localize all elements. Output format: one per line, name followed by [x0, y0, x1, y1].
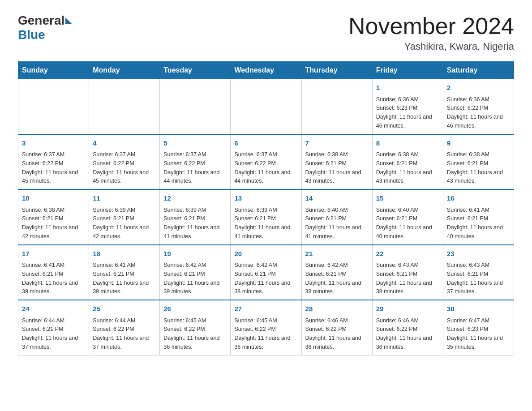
day-info: Sunrise: 6:37 AMSunset: 6:22 PMDaylight:…	[22, 151, 78, 184]
day-info: Sunrise: 6:37 AMSunset: 6:22 PMDaylight:…	[93, 151, 149, 184]
day-number: 23	[447, 249, 510, 259]
day-number: 25	[93, 304, 156, 314]
calendar-cell: 30Sunrise: 6:47 AMSunset: 6:23 PMDayligh…	[443, 300, 514, 355]
day-number: 1	[376, 83, 439, 93]
day-info: Sunrise: 6:45 AMSunset: 6:22 PMDaylight:…	[163, 317, 219, 350]
calendar-cell: 22Sunrise: 6:43 AMSunset: 6:21 PMDayligh…	[372, 245, 443, 300]
day-number: 29	[376, 304, 439, 314]
day-number: 8	[376, 138, 439, 149]
day-info: Sunrise: 6:41 AMSunset: 6:21 PMDaylight:…	[447, 207, 503, 240]
day-info: Sunrise: 6:45 AMSunset: 6:22 PMDaylight:…	[234, 317, 290, 350]
day-number: 14	[305, 193, 369, 204]
logo-area: General Blue	[18, 13, 73, 42]
logo-arrow-icon	[65, 17, 72, 24]
day-number: 26	[163, 304, 227, 314]
day-info: Sunrise: 6:46 AMSunset: 6:22 PMDaylight:…	[376, 317, 432, 350]
calendar-cell: 6Sunrise: 6:37 AMSunset: 6:22 PMDaylight…	[231, 134, 301, 190]
day-number: 28	[305, 304, 369, 314]
calendar-cell: 27Sunrise: 6:45 AMSunset: 6:22 PMDayligh…	[231, 300, 301, 355]
day-number: 22	[376, 249, 439, 259]
day-number: 17	[22, 249, 85, 259]
month-title: November 2024	[348, 13, 514, 39]
day-info: Sunrise: 6:42 AMSunset: 6:21 PMDaylight:…	[234, 262, 290, 295]
day-info: Sunrise: 6:41 AMSunset: 6:21 PMDaylight:…	[22, 262, 78, 295]
day-number: 20	[234, 249, 297, 259]
calendar-cell: 11Sunrise: 6:39 AMSunset: 6:21 PMDayligh…	[89, 189, 160, 245]
day-info: Sunrise: 6:39 AMSunset: 6:21 PMDaylight:…	[234, 207, 290, 240]
title-area: November 2024 Yashikira, Kwara, Nigeria	[348, 13, 514, 52]
calendar-cell: 4Sunrise: 6:37 AMSunset: 6:22 PMDaylight…	[89, 134, 160, 190]
header-wednesday: Wednesday	[231, 62, 301, 79]
week-row-4: 17Sunrise: 6:41 AMSunset: 6:21 PMDayligh…	[18, 245, 514, 300]
day-info: Sunrise: 6:36 AMSunset: 6:23 PMDaylight:…	[376, 96, 432, 129]
day-info: Sunrise: 6:39 AMSunset: 6:21 PMDaylight:…	[93, 207, 149, 240]
day-info: Sunrise: 6:38 AMSunset: 6:21 PMDaylight:…	[447, 151, 503, 184]
calendar-cell: 21Sunrise: 6:42 AMSunset: 6:21 PMDayligh…	[301, 245, 372, 300]
header-saturday: Saturday	[443, 62, 514, 79]
day-info: Sunrise: 6:38 AMSunset: 6:21 PMDaylight:…	[305, 151, 361, 184]
day-number: 7	[305, 138, 369, 149]
week-row-2: 3Sunrise: 6:37 AMSunset: 6:22 PMDaylight…	[18, 134, 514, 190]
day-info: Sunrise: 6:41 AMSunset: 6:21 PMDaylight:…	[93, 262, 149, 295]
week-row-5: 24Sunrise: 6:44 AMSunset: 6:21 PMDayligh…	[18, 300, 514, 355]
day-info: Sunrise: 6:38 AMSunset: 6:21 PMDaylight:…	[376, 151, 432, 184]
calendar-cell: 26Sunrise: 6:45 AMSunset: 6:22 PMDayligh…	[160, 300, 231, 355]
calendar-cell: 7Sunrise: 6:38 AMSunset: 6:21 PMDaylight…	[301, 134, 372, 190]
calendar-cell: 9Sunrise: 6:38 AMSunset: 6:21 PMDaylight…	[443, 134, 514, 190]
day-number: 27	[234, 304, 297, 314]
day-number: 16	[447, 193, 510, 204]
logo-general-text: General	[18, 13, 64, 28]
calendar-cell	[160, 79, 231, 134]
calendar-cell: 8Sunrise: 6:38 AMSunset: 6:21 PMDaylight…	[372, 134, 443, 190]
location-title: Yashikira, Kwara, Nigeria	[348, 41, 514, 52]
day-number: 2	[447, 83, 510, 93]
day-number: 11	[93, 193, 156, 204]
calendar-cell	[231, 79, 301, 134]
calendar-cell: 5Sunrise: 6:37 AMSunset: 6:22 PMDaylight…	[160, 134, 231, 190]
calendar-cell	[301, 79, 372, 134]
calendar-cell: 24Sunrise: 6:44 AMSunset: 6:21 PMDayligh…	[18, 300, 89, 355]
calendar-cell: 20Sunrise: 6:42 AMSunset: 6:21 PMDayligh…	[231, 245, 301, 300]
calendar-cell: 29Sunrise: 6:46 AMSunset: 6:22 PMDayligh…	[372, 300, 443, 355]
day-info: Sunrise: 6:36 AMSunset: 6:22 PMDaylight:…	[447, 96, 503, 129]
day-info: Sunrise: 6:40 AMSunset: 6:21 PMDaylight:…	[305, 207, 361, 240]
day-info: Sunrise: 6:42 AMSunset: 6:21 PMDaylight:…	[305, 262, 361, 295]
calendar-cell: 23Sunrise: 6:43 AMSunset: 6:21 PMDayligh…	[443, 245, 514, 300]
day-number: 6	[234, 138, 297, 149]
calendar-cell: 1Sunrise: 6:36 AMSunset: 6:23 PMDaylight…	[372, 79, 443, 134]
day-number: 19	[163, 249, 227, 259]
page-header: General Blue November 2024 Yashikira, Kw…	[18, 13, 514, 52]
calendar-cell: 18Sunrise: 6:41 AMSunset: 6:21 PMDayligh…	[89, 245, 160, 300]
week-row-3: 10Sunrise: 6:38 AMSunset: 6:21 PMDayligh…	[18, 189, 514, 245]
day-number: 15	[376, 193, 439, 204]
day-number: 21	[305, 249, 369, 259]
day-number: 4	[93, 138, 156, 149]
logo: General	[18, 13, 73, 28]
calendar-cell: 15Sunrise: 6:40 AMSunset: 6:21 PMDayligh…	[372, 189, 443, 245]
day-info: Sunrise: 6:38 AMSunset: 6:21 PMDaylight:…	[22, 207, 78, 240]
day-info: Sunrise: 6:37 AMSunset: 6:22 PMDaylight:…	[234, 151, 290, 184]
day-number: 18	[93, 249, 156, 259]
day-number: 24	[22, 304, 85, 314]
logo-blue-text: Blue	[18, 28, 45, 42]
day-info: Sunrise: 6:44 AMSunset: 6:22 PMDaylight:…	[93, 317, 149, 350]
day-info: Sunrise: 6:39 AMSunset: 6:21 PMDaylight:…	[163, 207, 219, 240]
day-info: Sunrise: 6:43 AMSunset: 6:21 PMDaylight:…	[447, 262, 503, 295]
day-info: Sunrise: 6:42 AMSunset: 6:21 PMDaylight:…	[163, 262, 219, 295]
day-info: Sunrise: 6:47 AMSunset: 6:23 PMDaylight:…	[447, 317, 503, 350]
calendar-header-row: SundayMondayTuesdayWednesdayThursdayFrid…	[18, 62, 514, 79]
day-number: 3	[22, 138, 85, 149]
header-sunday: Sunday	[18, 62, 89, 79]
calendar-cell: 3Sunrise: 6:37 AMSunset: 6:22 PMDaylight…	[18, 134, 89, 190]
calendar-cell: 12Sunrise: 6:39 AMSunset: 6:21 PMDayligh…	[160, 189, 231, 245]
week-row-1: 1Sunrise: 6:36 AMSunset: 6:23 PMDaylight…	[18, 79, 514, 134]
calendar-cell: 28Sunrise: 6:46 AMSunset: 6:22 PMDayligh…	[301, 300, 372, 355]
day-info: Sunrise: 6:43 AMSunset: 6:21 PMDaylight:…	[376, 262, 432, 295]
calendar-cell: 14Sunrise: 6:40 AMSunset: 6:21 PMDayligh…	[301, 189, 372, 245]
day-number: 9	[447, 138, 510, 149]
calendar-cell: 16Sunrise: 6:41 AMSunset: 6:21 PMDayligh…	[443, 189, 514, 245]
calendar-table: SundayMondayTuesdayWednesdayThursdayFrid…	[18, 61, 514, 355]
calendar-cell: 13Sunrise: 6:39 AMSunset: 6:21 PMDayligh…	[231, 189, 301, 245]
header-monday: Monday	[89, 62, 160, 79]
day-info: Sunrise: 6:44 AMSunset: 6:21 PMDaylight:…	[22, 317, 78, 350]
